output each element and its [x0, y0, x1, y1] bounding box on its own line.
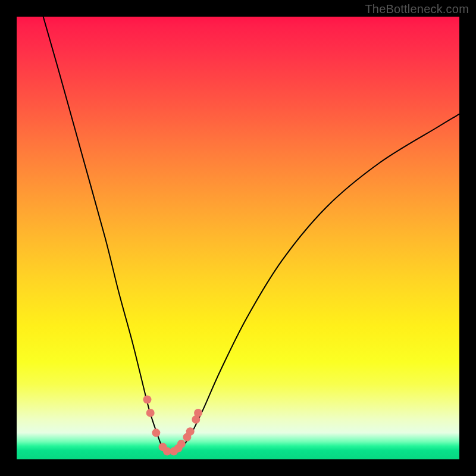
plot-area: [17, 17, 459, 459]
watermark-text: TheBottleneck.com: [365, 2, 469, 16]
background-gradient: [17, 17, 459, 459]
chart-container: TheBottleneck.com: [0, 0, 476, 476]
